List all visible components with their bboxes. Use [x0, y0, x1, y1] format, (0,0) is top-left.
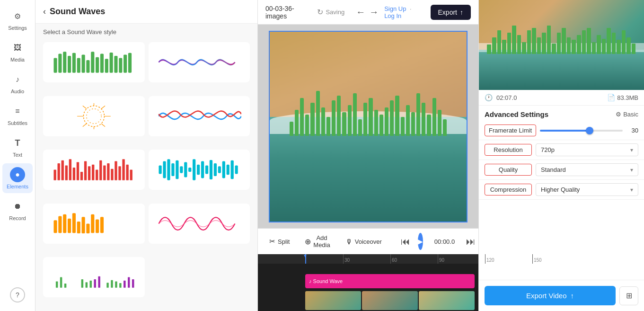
wave-style-6[interactable]: [149, 150, 250, 190]
wave-style-7[interactable]: [43, 204, 145, 244]
wave-style-5[interactable]: [43, 150, 145, 190]
framerate-slider-thumb[interactable]: [586, 127, 593, 134]
wave-style-5-svg: [52, 157, 136, 183]
sidebar-item-text[interactable]: T Text: [2, 132, 33, 161]
preview-wave-bar: [507, 33, 512, 54]
svg-rect-51: [172, 163, 175, 176]
img-thumb-2: [362, 291, 418, 310]
wave-bar: [432, 98, 436, 136]
svg-point-18: [87, 108, 101, 123]
compression-dropdown[interactable]: Higher Quality ▾: [536, 183, 638, 196]
wave-style-6-svg: [157, 157, 241, 183]
add-media-button[interactable]: ⊕ Add Media: [301, 232, 334, 250]
sidebar-item-help[interactable]: ?: [2, 284, 33, 306]
ruler-mark-90: 90: [438, 254, 444, 264]
fast-forward-button[interactable]: ⏭: [466, 236, 476, 247]
resolution-dropdown[interactable]: 720p ▾: [536, 143, 638, 156]
export-meta-right: 📄 83.3MB: [607, 94, 638, 101]
preview-wave-bar: [512, 26, 516, 54]
time-display: 00:00.0: [434, 238, 455, 245]
sound-track[interactable]: ♪ Sound Wave: [305, 274, 475, 288]
quality-dropdown[interactable]: Standard ▾: [536, 163, 638, 176]
svg-rect-33: [77, 162, 79, 180]
svg-rect-43: [115, 161, 117, 180]
sidebar-item-record[interactable]: ⏺ Record: [2, 195, 33, 225]
help-icon: ?: [10, 287, 25, 302]
preview-wave-bar: [547, 26, 551, 54]
sidebar-item-subtitles[interactable]: ≡ Subtitles: [2, 100, 33, 130]
svg-rect-91: [128, 277, 130, 288]
preview-wave-bar: [587, 28, 591, 54]
wave-bar: [427, 115, 431, 136]
wave-style-3[interactable]: [43, 96, 145, 136]
export-video-button[interactable]: Export Video ↑: [485, 286, 616, 305]
record-icon: ⏺: [10, 199, 25, 214]
basic-button[interactable]: ⚙ Basic: [616, 111, 638, 118]
redo-button[interactable]: →: [369, 7, 379, 18]
export-button[interactable]: Export ↑: [431, 5, 471, 20]
svg-rect-8: [91, 52, 94, 73]
sidebar-item-elements[interactable]: ● Elements: [2, 163, 33, 193]
svg-rect-37: [92, 165, 94, 180]
svg-rect-72: [77, 222, 80, 233]
svg-rect-64: [227, 165, 229, 175]
sidebar-item-settings[interactable]: ⚙ Settings: [2, 5, 33, 35]
export-preview: [479, 0, 644, 90]
wave-bar: [422, 103, 425, 136]
wave-style-8[interactable]: [149, 204, 250, 244]
auth-separator: ·: [410, 5, 412, 12]
back-button[interactable]: ‹: [43, 7, 46, 17]
undo-redo: ← →: [356, 7, 379, 18]
wave-bar: [290, 122, 293, 136]
timeline-controls: ✂ Split ⊕ Add Media 🎙 Voiceover ⏮ ▶ 00:0…: [258, 228, 478, 254]
svg-rect-92: [132, 279, 134, 288]
framerate-slider-track[interactable]: [540, 130, 623, 132]
undo-button[interactable]: ←: [356, 7, 365, 18]
play-button[interactable]: ▶: [418, 233, 423, 250]
format-settings-button[interactable]: ⊞: [619, 286, 638, 305]
wave-bar: [316, 91, 320, 136]
svg-rect-10: [100, 54, 104, 73]
wave-style-7-svg: [52, 211, 136, 237]
sidebar-label-subtitles: Subtitles: [8, 120, 27, 126]
svg-rect-88: [94, 279, 96, 288]
quality-chevron-icon: ▾: [630, 167, 633, 173]
resolution-chevron-icon: ▾: [630, 147, 633, 153]
sidebar-item-media[interactable]: 🖼 Media: [2, 36, 33, 66]
adv-settings-header: Advanced Settings ⚙ Basic: [479, 106, 644, 121]
preview-wave-bar: [527, 30, 531, 54]
preview-wave-bar: [492, 37, 496, 54]
svg-rect-45: [122, 159, 124, 180]
wave-style-1[interactable]: [43, 42, 145, 82]
wave-style-9[interactable]: [43, 257, 145, 297]
log-in-link[interactable]: Log In: [384, 12, 401, 19]
export-meta: 🕐 02:07.0 📄 83.3MB: [479, 90, 644, 106]
sidebar-item-audio[interactable]: ♪ Audio: [2, 68, 33, 98]
svg-rect-27: [53, 170, 56, 180]
compression-value: Higher Quality: [541, 186, 580, 193]
voiceover-button[interactable]: 🎙 Voiceover: [342, 236, 386, 248]
wave-style-4[interactable]: [149, 96, 250, 136]
preview-wave-bar: [557, 33, 561, 54]
rewind-button[interactable]: ⏮: [401, 236, 410, 247]
quality-value: Standard: [541, 166, 566, 173]
wave-bar: [443, 119, 447, 136]
video-frame: [270, 32, 467, 222]
preview-wave-bar: [607, 28, 611, 54]
sidebar-label-settings: Settings: [8, 25, 27, 31]
svg-rect-83: [89, 281, 91, 288]
svg-rect-82: [85, 283, 87, 288]
svg-rect-49: [163, 161, 166, 178]
svg-rect-59: [205, 166, 208, 174]
sign-up-link[interactable]: Sign Up: [384, 5, 406, 12]
wave-style-2[interactable]: [149, 42, 250, 82]
split-button[interactable]: ✂ Split: [265, 235, 293, 248]
wave-bar: [332, 100, 335, 136]
wave-bar: [358, 119, 362, 136]
svg-rect-74: [86, 223, 89, 233]
panel-subtitle: Select a Sound Wave style: [35, 24, 257, 38]
preview-wave-bar: [592, 42, 596, 54]
playhead: [305, 254, 306, 264]
svg-rect-58: [201, 161, 204, 178]
wave-bar: [305, 115, 309, 136]
